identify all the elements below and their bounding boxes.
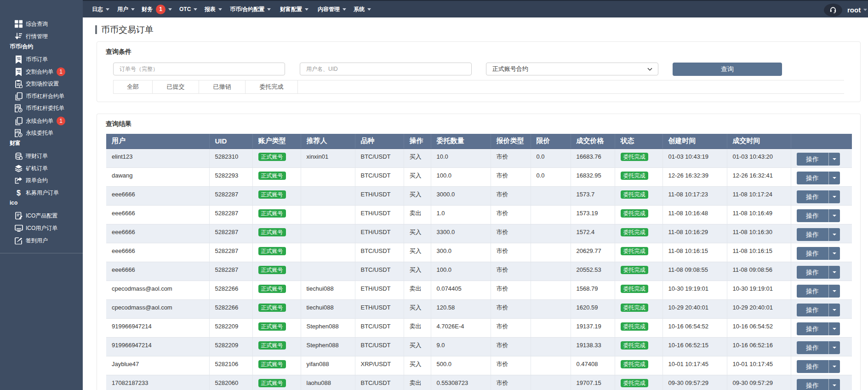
svg-text:$: $ bbox=[17, 189, 21, 197]
